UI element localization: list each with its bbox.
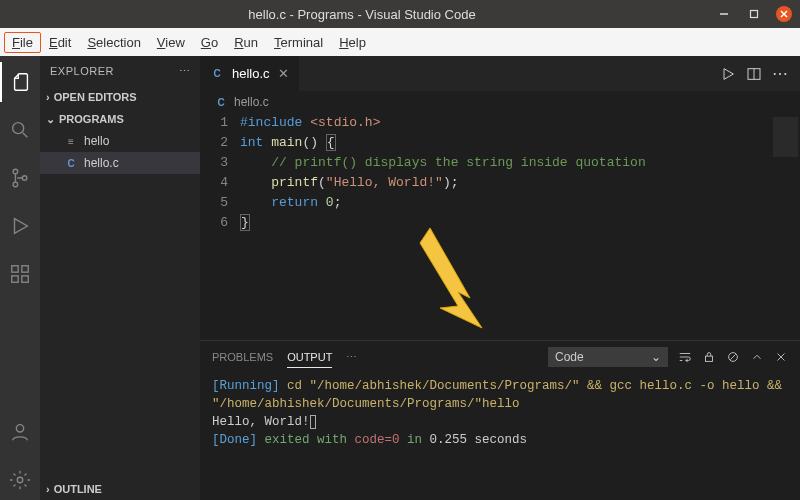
menu-file[interactable]: File [4, 32, 41, 53]
svg-point-4 [13, 123, 24, 134]
svg-rect-19 [706, 356, 713, 361]
sidebar-header: EXPLORER ⋯ [40, 56, 200, 86]
editor-area: C hello.c ✕ ⋯ C hello.c 123456 #include … [200, 56, 800, 500]
svg-point-15 [17, 477, 23, 483]
editor-more-icon[interactable]: ⋯ [772, 64, 788, 83]
breadcrumb[interactable]: C hello.c [200, 91, 800, 113]
minimap[interactable] [770, 113, 800, 340]
bottom-panel: PROBLEMS OUTPUT ⋯ Code ⌄ [Running] cd "/… [200, 340, 800, 500]
run-debug-icon[interactable] [0, 206, 40, 246]
chevron-down-icon: ⌄ [46, 113, 55, 126]
c-file-icon: C [64, 156, 78, 170]
extensions-icon[interactable] [0, 254, 40, 294]
svg-marker-9 [15, 219, 28, 234]
line-gutter: 123456 [200, 113, 240, 340]
panel-tab-problems[interactable]: PROBLEMS [212, 347, 273, 367]
chevron-up-icon[interactable] [750, 350, 764, 364]
window-controls [716, 6, 792, 22]
c-file-icon: C [210, 67, 224, 81]
run-icon[interactable] [720, 66, 736, 82]
explorer-sidebar: EXPLORER ⋯ › OPEN EDITORS ⌄ PROGRAMS ≡ h… [40, 56, 200, 500]
search-icon[interactable] [0, 110, 40, 150]
explorer-icon[interactable] [0, 62, 40, 102]
menu-run[interactable]: Run [226, 32, 266, 53]
menu-selection[interactable]: Selection [79, 32, 148, 53]
svg-line-5 [23, 133, 28, 138]
panel-tabs: PROBLEMS OUTPUT ⋯ Code ⌄ [200, 341, 800, 373]
lock-icon[interactable] [702, 350, 716, 364]
code-content[interactable]: #include <stdio.h>int main() { // printf… [240, 113, 770, 340]
title-bar: hello.c - Programs - Visual Studio Code [0, 0, 800, 28]
sidebar-more-icon[interactable]: ⋯ [179, 65, 191, 78]
output-line: Hello, World! [212, 413, 788, 431]
output-line: [Done] exited with code=0 in 0.255 secon… [212, 431, 788, 449]
svg-rect-13 [22, 276, 28, 282]
split-editor-icon[interactable] [746, 66, 762, 82]
menu-edit[interactable]: Edit [41, 32, 79, 53]
menu-view[interactable]: View [149, 32, 193, 53]
svg-rect-1 [751, 11, 758, 18]
activity-bar [0, 56, 40, 500]
svg-rect-11 [22, 266, 28, 272]
menu-bar: File Edit Selection View Go Run Terminal… [0, 28, 800, 56]
accounts-icon[interactable] [0, 412, 40, 452]
chevron-right-icon: › [46, 483, 50, 495]
c-file-icon: C [214, 95, 228, 109]
svg-point-8 [22, 176, 27, 181]
panel-tab-output[interactable]: OUTPUT [287, 347, 332, 368]
menu-terminal[interactable]: Terminal [266, 32, 331, 53]
open-editors-section[interactable]: › OPEN EDITORS [40, 86, 200, 108]
svg-point-6 [13, 169, 18, 174]
tab-close-icon[interactable]: ✕ [278, 66, 289, 81]
menu-help[interactable]: Help [331, 32, 374, 53]
settings-icon[interactable] [0, 460, 40, 500]
svg-marker-16 [724, 68, 733, 79]
panel-more-icon[interactable]: ⋯ [346, 351, 357, 364]
output-body[interactable]: [Running] cd "/home/abhishek/Documents/P… [200, 373, 800, 500]
output-channel-select[interactable]: Code ⌄ [548, 347, 668, 367]
svg-rect-12 [12, 276, 18, 282]
clear-icon[interactable] [726, 350, 740, 364]
close-button[interactable] [776, 6, 792, 22]
tab-bar: C hello.c ✕ ⋯ [200, 56, 800, 91]
word-wrap-icon[interactable] [678, 350, 692, 364]
chevron-right-icon: › [46, 91, 50, 103]
source-control-icon[interactable] [0, 158, 40, 198]
svg-point-7 [13, 182, 18, 187]
window-title: hello.c - Programs - Visual Studio Code [8, 7, 716, 22]
panel-close-icon[interactable] [774, 350, 788, 364]
menu-go[interactable]: Go [193, 32, 226, 53]
minimize-button[interactable] [716, 6, 732, 22]
tab-hello-c[interactable]: C hello.c ✕ [200, 56, 300, 91]
svg-rect-10 [12, 266, 18, 272]
sidebar-title: EXPLORER [50, 65, 114, 77]
binary-file-icon: ≡ [64, 134, 78, 148]
svg-line-21 [730, 354, 735, 359]
svg-point-14 [16, 425, 23, 432]
output-line: [Running] cd "/home/abhishek/Documents/P… [212, 377, 788, 413]
file-item-hello-c[interactable]: C hello.c [40, 152, 200, 174]
tab-actions: ⋯ [720, 56, 800, 91]
workspace-section[interactable]: ⌄ PROGRAMS [40, 108, 200, 130]
file-item-hello[interactable]: ≡ hello [40, 130, 200, 152]
outline-section[interactable]: › OUTLINE [40, 478, 200, 500]
code-editor[interactable]: 123456 #include <stdio.h>int main() { //… [200, 113, 800, 340]
maximize-button[interactable] [746, 6, 762, 22]
chevron-down-icon: ⌄ [651, 350, 661, 364]
